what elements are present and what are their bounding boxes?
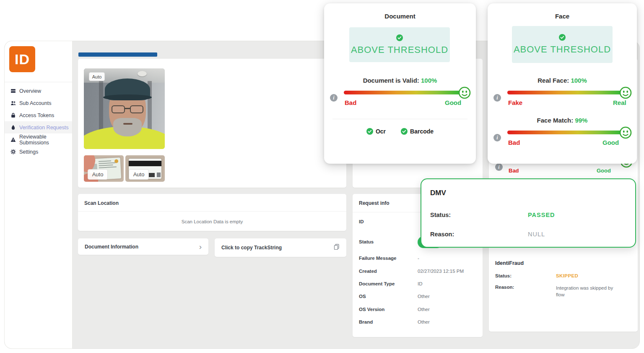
dmv-status-label: Status:: [430, 212, 451, 218]
sidebar-item-overview[interactable]: Overview: [5, 85, 72, 97]
identifraud-reason-value: Integration was skipped by flow: [556, 285, 615, 298]
document-overlay-title: Document: [324, 13, 476, 20]
request-row-label: OS: [359, 294, 366, 299]
sidebar-item-settings[interactable]: Settings: [5, 146, 72, 158]
document-valid-slider: [344, 91, 460, 94]
slider-left-label: Bad: [509, 167, 519, 174]
sidebar-nav: Overview Sub Accounts Access Tokens Veri…: [5, 85, 72, 158]
face-threshold-text: ABOVE THRESHOLD: [514, 44, 611, 55]
real-face-score-value: 100%: [571, 77, 587, 84]
document-threshold-text: ABOVE THRESHOLD: [351, 44, 448, 55]
photo-glasses: [112, 105, 143, 114]
info-icon[interactable]: i: [493, 134, 501, 141]
real-face-score: Real Face: 100%: [488, 77, 637, 84]
sidebar-item-label: Overview: [19, 88, 41, 94]
auto-badge-id-front: Auto: [88, 169, 108, 180]
check-circle-icon: [559, 34, 566, 41]
document-information-label: Document Information: [85, 244, 138, 250]
sidebar-item-access-tokens[interactable]: Access Tokens: [5, 109, 72, 121]
smiley-icon: [458, 86, 471, 99]
photo-smoke-detector: [138, 71, 147, 76]
info-icon[interactable]: i: [495, 163, 503, 171]
request-row-value: Other: [418, 307, 430, 312]
face-match-score-value: 99%: [575, 117, 587, 124]
sidebar-item-label: Reviewable Submissions: [19, 134, 72, 146]
identifraud-reason-label: Reason:: [495, 285, 514, 290]
copy-trackstring-label: Click to copy TrackString: [221, 245, 282, 251]
dmv-reason-value: NULL: [528, 231, 545, 238]
request-row-label: Created: [359, 269, 377, 274]
request-row-label: Status: [359, 239, 374, 244]
sidebar-item-verification-requests[interactable]: Verification Requests: [5, 121, 72, 133]
slider-right-label: Good: [602, 139, 619, 146]
barcode-check: Barcode: [401, 128, 434, 135]
drop-icon: [10, 125, 16, 130]
sidebar-item-label: Settings: [19, 149, 38, 155]
sidebar-item-label: Sub Accounts: [19, 100, 51, 106]
identifraud-status-label: Status:: [495, 273, 512, 278]
ocr-check: Ocr: [366, 128, 386, 135]
info-icon[interactable]: i: [493, 94, 501, 102]
sidebar-item-sub-accounts[interactable]: Sub Accounts: [5, 97, 72, 109]
request-row-label: Failure Message: [359, 256, 396, 261]
face-overlay-title: Face: [488, 13, 637, 20]
request-row-label: Brand: [359, 319, 373, 324]
sidebar-item-label: Verification Requests: [19, 125, 68, 131]
document-checks: Ocr Barcode: [324, 128, 476, 135]
request-info-title: Request info: [359, 200, 390, 206]
overview-icon: [10, 88, 16, 94]
slider-right-label: Real: [613, 99, 626, 106]
request-row-value: Other: [418, 319, 430, 324]
auto-badge-selfie: Auto: [89, 72, 105, 81]
dmv-title: DMV: [430, 189, 446, 197]
request-row-value: 02/27/2023 12:15 PM: [418, 269, 464, 274]
document-score: Document is Valid: 100%: [324, 77, 476, 84]
sidebar-divider: [5, 82, 72, 82]
brand-logo[interactable]: ID: [9, 46, 35, 72]
scan-location-card: [78, 194, 346, 231]
check-circle-icon: [396, 34, 403, 41]
sidebar-item-reviewable-submissions[interactable]: Reviewable Submissions: [5, 133, 72, 146]
request-row-label: OS Version: [359, 307, 384, 312]
slider-left-label: Bad: [345, 99, 356, 106]
request-row-label: Document Type: [359, 281, 395, 286]
check-circle-icon: [401, 128, 408, 135]
slider-right-label: Good: [597, 167, 611, 174]
smiley-icon: [619, 86, 632, 99]
sidebar-item-label: Access Tokens: [19, 112, 54, 118]
auto-badge-id-back: Auto: [129, 169, 149, 180]
users-icon: [10, 100, 16, 106]
identifraud-status-value: SKIPPED: [556, 273, 578, 278]
real-face-slider: [507, 91, 621, 94]
request-row-value: -: [418, 256, 419, 261]
slider-right-label: Good: [445, 99, 461, 106]
check-circle-icon: [366, 128, 373, 135]
gear-icon: [10, 149, 16, 154]
identifraud-title: IdentiFraud: [495, 260, 524, 266]
document-threshold-banner: ABOVE THRESHOLD: [349, 27, 450, 62]
info-icon[interactable]: i: [330, 94, 338, 102]
face-match-slider: [507, 131, 621, 134]
progress-bar: [78, 52, 157, 57]
request-row-value: ID: [418, 281, 423, 286]
slider-left-label: Bad: [508, 139, 520, 146]
copy-trackstring-button[interactable]: Click to copy TrackString: [215, 238, 346, 257]
smiley-icon: [619, 126, 632, 139]
copy-icon[interactable]: [334, 244, 340, 251]
scan-location-title: Scan Location: [84, 200, 119, 206]
document-score-value: 100%: [421, 77, 437, 84]
dmv-reason-label: Reason:: [430, 231, 454, 238]
slider-left-label: Fake: [508, 99, 522, 106]
request-row-label: ID: [359, 219, 364, 224]
request-row-value: Other: [418, 294, 430, 299]
lock-icon: [10, 112, 16, 118]
document-information-button[interactable]: Document Information ›: [78, 238, 208, 255]
face-threshold-banner: ABOVE THRESHOLD: [512, 26, 613, 63]
chevron-right-icon: ›: [199, 243, 202, 251]
warning-triangle-icon: [10, 137, 16, 142]
face-match-score: Face Match: 99%: [488, 117, 637, 124]
dmv-status-value: PASSED: [528, 212, 555, 218]
scan-location-empty-message: Scan Location Data is empty: [78, 219, 346, 224]
